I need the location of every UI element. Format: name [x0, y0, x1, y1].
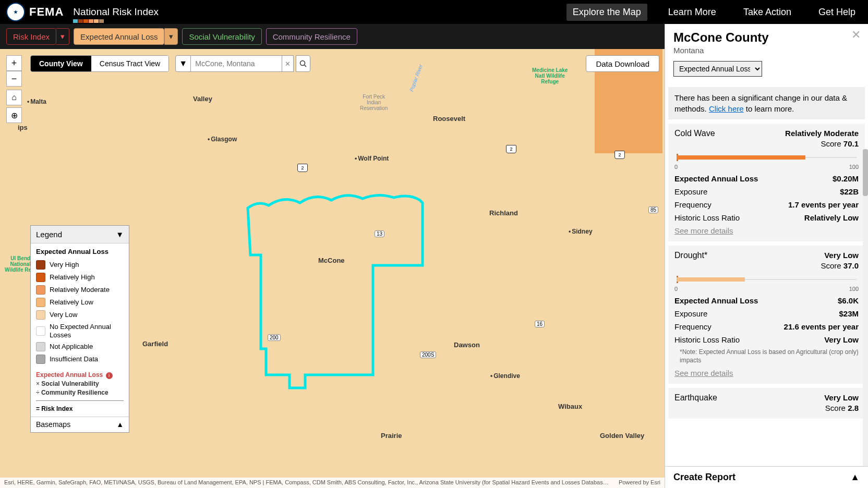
attribution-powered: Powered by Esri — [619, 479, 660, 486]
hazard-name: Drought* — [674, 251, 707, 260]
county-view-tab[interactable]: County View — [31, 56, 91, 71]
label-county-mccone: McCone — [318, 257, 345, 264]
route-shield-2: 2 — [297, 164, 308, 172]
nav-explore-map[interactable]: Explore the Map — [566, 4, 647, 21]
legend-item-label: Relatively Low — [50, 298, 93, 307]
label-county-richland: Richland — [489, 209, 518, 217]
legend-item-label: Insufficient Data — [50, 355, 98, 363]
detail-panel: ✕ McCone County Montana Expected Annual … — [665, 24, 868, 488]
banner-text-post: to learn more. — [744, 104, 794, 113]
label-refuge-medlake: Medicine Lake Natl Wildlife Refuge — [532, 67, 568, 84]
search-submit-button[interactable] — [296, 55, 310, 72]
basemaps-toggle[interactable]: Basemaps ▲ — [31, 417, 129, 432]
svg-point-0 — [300, 61, 305, 66]
basemaps-label: Basemaps — [36, 420, 70, 429]
legend-swatch — [36, 298, 45, 307]
legend-item: Not Applicable — [36, 340, 124, 353]
kv-eal: Expected Annual Loss$6.0K — [674, 296, 859, 305]
route-85: 85 — [648, 206, 658, 213]
scrollbar-thumb[interactable] — [863, 149, 868, 196]
legend-item: No Expected Annual Losses — [36, 321, 124, 340]
zoom-out-button[interactable]: − — [6, 71, 22, 87]
label-city-glasgow: Glasgow — [208, 136, 237, 143]
chevron-down-icon: ▼ — [116, 230, 124, 239]
hazard-score: Score 70.1 — [674, 139, 859, 148]
hazard-card: Drought*Very LowScore 37.00100Expected A… — [668, 246, 865, 384]
nav-take-action[interactable]: Take Action — [737, 4, 798, 21]
map-attribution: Esri, HERE, Garmin, SafeGraph, FAO, METI… — [0, 478, 665, 488]
legend-item-label: Very High — [50, 261, 79, 269]
search-input[interactable] — [191, 55, 282, 72]
census-tract-view-tab[interactable]: Census Tract View — [91, 56, 168, 71]
label-city-glendive: Glendive — [490, 372, 520, 380]
app-title: National Risk Index — [73, 6, 159, 18]
label-county-golden: Golden Valley — [600, 432, 644, 440]
legend-swatch — [36, 273, 45, 282]
legend-item-label: No Expected Annual Losses — [50, 323, 124, 339]
layer-risk-index[interactable]: Risk Index — [6, 28, 56, 45]
layer-expected-annual-loss[interactable]: Expected Annual Loss — [74, 28, 164, 45]
hazard-name: Cold Wave — [674, 129, 715, 138]
legend-item: Relatively Low — [36, 296, 124, 309]
label-city-wolfpoint: Wolf Point — [355, 155, 389, 162]
formula-eal: Expected Annual Loss — [36, 371, 103, 379]
see-more-details-link[interactable]: See more details — [674, 226, 733, 235]
close-panel-button[interactable]: ✕ — [851, 28, 861, 42]
legend-item: Relatively High — [36, 271, 124, 284]
score-bar — [674, 275, 859, 285]
legend-item: Relatively Moderate — [36, 284, 124, 296]
selected-county-outline — [237, 151, 430, 432]
locate-button[interactable]: ⊕ — [6, 107, 22, 123]
chevron-up-icon: ▲ — [850, 472, 860, 483]
kv-frequency: Frequency21.6 events per year — [674, 322, 859, 331]
legend-item-label: Very Low — [50, 311, 77, 319]
legend-swatch — [36, 260, 45, 270]
route-200s: 200S — [420, 351, 436, 358]
legend-item-label: Not Applicable — [50, 343, 93, 351]
label-city-sidney: Sidney — [569, 228, 593, 235]
search-scope-dropdown[interactable]: ▼ — [175, 55, 191, 72]
legend-swatch — [36, 310, 45, 320]
home-extent-button[interactable]: ⌂ — [6, 90, 22, 105]
info-icon[interactable]: i — [106, 372, 113, 379]
layer-social-vulnerability[interactable]: Social Vulnerability — [182, 28, 261, 45]
hazard-rating: Very Low — [824, 393, 859, 402]
create-report-button[interactable]: Create Report ▲ — [665, 466, 868, 488]
layer-eal-dropdown[interactable]: ▾ — [164, 28, 178, 45]
zoom-in-button[interactable]: + — [6, 55, 22, 71]
legend-item: Insufficient Data — [36, 353, 124, 365]
data-download-button[interactable]: Data Download — [586, 55, 659, 72]
svg-line-1 — [305, 65, 307, 67]
create-report-label: Create Report — [673, 472, 736, 483]
legend-panel: Legend ▼ Expected Annual Loss Very HighR… — [30, 225, 129, 433]
legend-toggle[interactable]: Legend ▼ — [31, 226, 129, 243]
search-clear-button[interactable]: ✕ — [282, 55, 294, 72]
banner-link[interactable]: Click here — [709, 104, 744, 113]
see-more-details-link[interactable]: See more details — [674, 369, 733, 377]
legend-item-label: Relatively High — [50, 273, 95, 282]
legend-header-label: Legend — [36, 230, 62, 239]
nav-get-help[interactable]: Get Help — [812, 4, 862, 21]
label-county-roosevelt: Roosevelt — [433, 115, 465, 123]
kv-hlr: Historic Loss RatioVery Low — [674, 335, 859, 344]
bar-scale: 0100 — [674, 286, 859, 292]
legend-swatch — [36, 355, 45, 364]
legend-risk-link: = Risk Index — [36, 405, 124, 412]
color-strip — [73, 19, 104, 23]
hazard-score: Score 2.8 — [674, 404, 859, 412]
nav-learn-more[interactable]: Learn More — [662, 4, 722, 21]
label-county-prairie: Prairie — [381, 432, 402, 440]
route-shield-2: 2 — [506, 145, 516, 153]
kv-exposure: Exposure$22B — [674, 187, 859, 196]
layer-community-resilience[interactable]: Community Resilience — [266, 28, 357, 45]
metric-select[interactable]: Expected Annual Loss — [673, 61, 762, 77]
label-city-malta: Malta — [27, 98, 46, 105]
label-river-poplar: Poplar River — [408, 64, 424, 92]
kv-hlr: Historic Loss RatioRelatively Low — [674, 213, 859, 222]
layer-risk-index-dropdown[interactable]: ▾ — [56, 28, 69, 45]
legend-swatch — [36, 342, 45, 351]
legend-title: Expected Annual Loss — [36, 248, 124, 255]
label-county-wibaux: Wibaux — [558, 402, 582, 410]
scrollbar-track[interactable] — [863, 149, 868, 466]
legend-item: Very High — [36, 259, 124, 271]
